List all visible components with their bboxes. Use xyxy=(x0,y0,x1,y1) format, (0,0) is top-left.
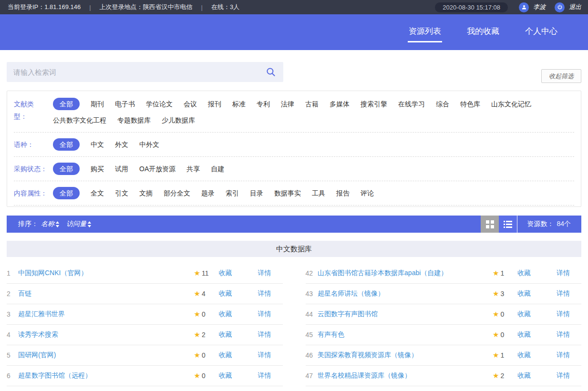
search-input[interactable] xyxy=(7,68,258,76)
tab-personal-center[interactable]: 个人中心 xyxy=(524,21,558,43)
filter-option[interactable]: 学位论文 xyxy=(146,98,173,110)
filter-option[interactable]: 试用 xyxy=(115,163,128,175)
database-name-link[interactable]: 超星名师讲坛（镜像） xyxy=(318,289,384,298)
filter-option[interactable]: 购买 xyxy=(91,163,104,175)
filter-option[interactable]: 山东文化记忆 xyxy=(491,98,531,110)
detail-link[interactable]: 详情 xyxy=(557,269,570,278)
grid-view-button[interactable] xyxy=(481,216,499,233)
database-name-link[interactable]: 山东省图书馆古籍珍本数据库apabi（自建） xyxy=(318,269,447,278)
database-name-link[interactable]: 百链 xyxy=(18,289,31,298)
filter-option[interactable]: 部分全文 xyxy=(164,187,190,199)
power-icon[interactable] xyxy=(555,2,565,12)
database-name-link[interactable]: 超星数字图书馆（远程） xyxy=(18,371,92,380)
detail-link[interactable]: 详情 xyxy=(258,351,271,360)
filter-option[interactable]: 古籍 xyxy=(305,98,319,110)
tab-my-favorites[interactable]: 我的收藏 xyxy=(466,21,500,43)
favorite-link[interactable]: 收藏 xyxy=(517,371,531,380)
filter-option[interactable]: 标准 xyxy=(232,98,246,110)
database-name-link[interactable]: 美国探索教育视频资源库（镜像） xyxy=(318,351,418,360)
filter-option[interactable]: 特色库 xyxy=(460,98,480,110)
detail-link[interactable]: 详情 xyxy=(557,371,570,380)
database-name-link[interactable]: 国研网(官网) xyxy=(18,351,56,360)
filter-option[interactable]: 综合 xyxy=(436,98,449,110)
favorite-link[interactable]: 收藏 xyxy=(219,351,232,360)
logout-button[interactable]: 退出 xyxy=(569,3,581,11)
detail-link[interactable]: 详情 xyxy=(258,371,271,380)
filter-option[interactable]: 电子书 xyxy=(115,98,135,110)
tab-resource-list[interactable]: 资源列表 xyxy=(408,21,442,43)
filter-option[interactable]: 法律 xyxy=(281,98,294,110)
detail-link[interactable]: 详情 xyxy=(258,269,271,278)
filter-option[interactable]: 搜索引擎 xyxy=(361,98,387,110)
filter-option[interactable]: 题录 xyxy=(201,187,215,199)
list-view-button[interactable] xyxy=(499,216,517,233)
star-count-group: ★0 xyxy=(194,351,219,360)
filter-option[interactable]: 外文 xyxy=(115,138,128,151)
sort-label: 排序： xyxy=(18,220,38,228)
filter-option[interactable]: 目录 xyxy=(250,187,263,199)
filter-options: 全部期刊电子书学位论文会议报刊标准专利法律古籍多媒体搜索引擎在线学习综合特色库山… xyxy=(53,98,574,126)
favorite-link[interactable]: 收藏 xyxy=(517,330,531,339)
detail-link[interactable]: 详情 xyxy=(258,289,271,298)
favorite-link[interactable]: 收藏 xyxy=(219,330,232,339)
filter-option[interactable]: OA开放资源 xyxy=(139,163,175,175)
star-count: 2 xyxy=(202,331,206,339)
filter-option[interactable]: 数据事实 xyxy=(274,187,301,199)
filter-option[interactable]: 期刊 xyxy=(91,98,104,110)
filter-option[interactable]: 文摘 xyxy=(139,187,153,199)
database-name-link[interactable]: 超星汇雅书世界 xyxy=(18,310,65,319)
detail-link[interactable]: 详情 xyxy=(557,310,570,319)
filter-option[interactable]: 引文 xyxy=(115,187,128,199)
filter-option[interactable]: 专利 xyxy=(257,98,270,110)
filter-option[interactable]: 全文 xyxy=(91,187,104,199)
favorite-link[interactable]: 收藏 xyxy=(219,289,232,298)
star-count: 0 xyxy=(202,351,206,359)
filter-option[interactable]: 中文 xyxy=(91,138,104,151)
favorite-link[interactable]: 收藏 xyxy=(219,310,232,319)
row-number: 44 xyxy=(306,310,313,318)
database-name-link[interactable]: 云图数字有声图书馆 xyxy=(318,310,378,319)
filter-option[interactable]: 少儿数据库 xyxy=(162,114,195,126)
table-row: 7Vipexam考试学习资源数据库（镜像）★1收藏详情 xyxy=(7,386,283,391)
detail-link[interactable]: 详情 xyxy=(557,351,570,360)
filter-option[interactable]: 自建 xyxy=(211,163,224,175)
filter-option[interactable]: 中外文 xyxy=(139,138,159,151)
filter-option[interactable]: 在线学习 xyxy=(398,98,425,110)
topbar-left: 当前登录IP：1.81.169.146 | 上次登录地点：陕西省汉中市电信 | … xyxy=(8,3,239,11)
favorite-link[interactable]: 收藏 xyxy=(517,289,531,298)
database-name-link[interactable]: 有声有色 xyxy=(318,330,344,339)
favorite-link[interactable]: 收藏 xyxy=(517,351,531,360)
filter-option[interactable]: 评论 xyxy=(361,187,374,199)
sort-by-visits[interactable]: 访问量 xyxy=(66,220,92,228)
filter-option[interactable]: 全部 xyxy=(53,138,80,151)
sort-by-name[interactable]: 名称 xyxy=(41,220,60,228)
username-link[interactable]: 李波 xyxy=(533,3,546,11)
star-count: 11 xyxy=(202,269,209,277)
detail-link[interactable]: 详情 xyxy=(258,310,271,319)
database-name-link[interactable]: 世界名校精品课资源库（镜像） xyxy=(318,371,411,380)
filter-option[interactable]: 专题数据库 xyxy=(117,114,151,126)
detail-link[interactable]: 详情 xyxy=(557,330,570,339)
database-name-link[interactable]: 读秀学术搜索 xyxy=(18,330,58,339)
filter-option[interactable]: 公共数字文化工程 xyxy=(53,114,106,126)
filter-option[interactable]: 会议 xyxy=(184,98,197,110)
favorite-link[interactable]: 收藏 xyxy=(517,269,531,278)
favorite-link[interactable]: 收藏 xyxy=(517,310,531,319)
filter-option[interactable]: 全部 xyxy=(53,187,80,199)
detail-link[interactable]: 详情 xyxy=(557,289,570,298)
filter-option[interactable]: 共享 xyxy=(186,163,200,175)
filter-option[interactable]: 索引 xyxy=(226,187,239,199)
filter-option[interactable]: 全部 xyxy=(53,163,80,175)
favorite-link[interactable]: 收藏 xyxy=(219,269,232,278)
filter-row: 内容属性：全部全文引文文摘部分全文题录索引目录数据事实工具报告评论 xyxy=(14,181,574,206)
collapse-filter-button[interactable]: 收起筛选 xyxy=(541,69,581,83)
detail-link[interactable]: 详情 xyxy=(258,330,271,339)
filter-option[interactable]: 多媒体 xyxy=(330,98,350,110)
filter-option[interactable]: 工具 xyxy=(312,187,325,199)
database-name-link[interactable]: 中国知网CNKI（官网） xyxy=(18,269,87,278)
search-icon[interactable] xyxy=(258,67,283,77)
filter-option[interactable]: 报刊 xyxy=(208,98,221,110)
filter-option[interactable]: 全部 xyxy=(53,98,80,110)
filter-option[interactable]: 报告 xyxy=(336,187,350,199)
favorite-link[interactable]: 收藏 xyxy=(219,371,232,380)
